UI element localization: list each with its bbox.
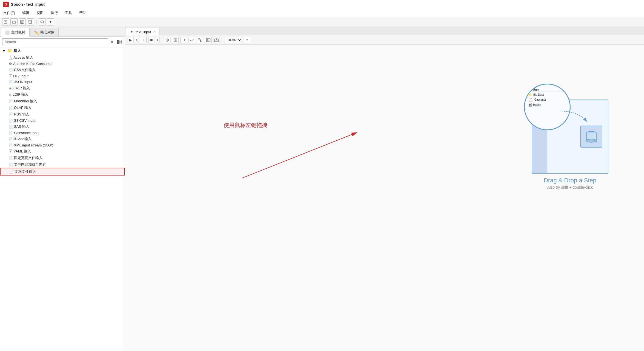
list-item[interactable]: 📄 SAS 输入 [0,123,125,130]
svg-rect-0 [4,20,7,24]
list-item[interactable]: ⚙ Apache Kafka Consumer [0,61,125,67]
menu-view[interactable]: 视图 [35,10,45,16]
list-item[interactable]: 📄 Mondrian 输入 [0,98,125,104]
toolbar-separator-1 [36,19,36,25]
layers-button[interactable] [39,18,46,26]
menu-tools[interactable]: 工具 [64,10,73,16]
list-item[interactable]: 7 HL7 input [0,73,125,79]
app-icon: S [3,2,9,7]
big-data-folder-icon: 📁 [529,93,532,96]
zoom-dropdown[interactable]: ▾ [244,37,250,43]
preview-button[interactable] [164,37,170,43]
search-input[interactable] [2,38,108,45]
svg-rect-16 [198,38,200,40]
item-icon-filecontent: 📄 [9,163,13,166]
svg-rect-4 [21,20,23,22]
list-item[interactable]: 📄 XML input stream (StAX) [0,142,125,148]
item-icon-kafka: ⚙ [9,62,12,66]
main-objects-icon: ⬜ [5,30,10,35]
item-icon-rss: 📄 [9,112,13,116]
snapshot-button[interactable] [213,37,220,43]
play-dropdown[interactable]: ▾ [134,37,138,43]
check-button[interactable] [189,37,195,43]
list-item[interactable]: ◈ LDAP 输入 [0,85,125,91]
window-title: Spoon - text_input [11,2,45,7]
step-button[interactable] [180,37,187,43]
debug-button[interactable] [172,37,179,43]
list-item[interactable]: Y YAML 输入 [0,148,125,155]
item-icon-salesforce: 📄 [9,131,13,135]
illustration-box: Design 📁 Big Data 📋 Cassandr H Hadoo [532,100,608,174]
zoom-select[interactable]: 100% 25% 50% 75% 150% 200% [224,37,242,43]
list-item-text-file-input[interactable]: 📄 文本文件输入 [0,168,125,176]
menu-file[interactable]: 文件(E) [2,10,16,16]
tab-close-button[interactable]: ✕ [153,30,156,34]
core-objects-icon: ✏️ [34,30,39,35]
svg-text:+: + [31,22,32,24]
list-item[interactable]: 📄 CSV文件输入 [0,67,125,73]
svg-rect-7 [29,20,31,21]
hadoop-label: H Hadoo [528,103,567,107]
transform-button[interactable] [197,37,203,43]
list-item[interactable]: A Access 输入 [0,54,125,61]
play-button[interactable]: ▶ [127,37,134,43]
save-button[interactable] [19,18,26,26]
svg-rect-12 [119,42,122,44]
tab-core-objects[interactable]: ✏️ 核心对象 [30,28,59,36]
list-item[interactable]: 📄 S3 CSV input [0,118,125,123]
layers-dropdown[interactable]: ▾ [47,18,54,26]
tab-label: text_input [136,30,151,34]
open-button[interactable] [10,18,18,26]
menu-edit[interactable]: 编辑 [21,10,30,16]
tree-content: ▼ 📁 输入 A Access 输入 ⚙ Apache Kafka Consum… [0,47,125,351]
svg-rect-5 [21,22,23,24]
run-alt-button[interactable] [205,37,212,43]
search-bar: ✕ [0,37,125,47]
left-panel: ⬜ 主对象树 ✏️ 核心对象 ✕ ▼ 📁 输入 [0,27,125,351]
right-panel: ✦ text_input ✕ ▶ ▾ ⏸ ⏹ ▾ [125,27,644,351]
tree-category-input[interactable]: ▼ 📁 输入 [0,47,125,54]
drop-illustration: Design 📁 Big Data 📋 Cassandr H Hadoo [529,100,611,204]
stop-button[interactable]: ⏹ [148,37,155,43]
item-icon-mondrian: 📄 [9,99,13,103]
folder-icon: 📁 [7,49,12,53]
item-icon-s3csv: 📄 [9,119,13,123]
list-item[interactable]: ◈ LDIF 输入 [0,91,125,98]
cassandra-icon: 📋 [529,98,533,101]
canvas-tab-text-input[interactable]: ✦ text_input ✕ [126,28,160,35]
list-item[interactable]: 📄 固定宽度文件输入 [0,155,125,161]
item-icon-ldap: ◈ [9,86,12,90]
new-button[interactable] [2,18,9,26]
menu-run[interactable]: 执行 [50,10,59,16]
item-icon-access: A [9,56,12,60]
tab-main-objects[interactable]: ⬜ 主对象树 [1,28,30,37]
search-clear-button[interactable]: ✕ [109,39,115,45]
item-icon-xml: 📄 [9,143,13,147]
illustration-db-icon [580,126,602,148]
list-item[interactable]: 📄 JSON input [0,79,125,85]
pause-button[interactable]: ⏸ [140,37,147,43]
search-view-toggle[interactable] [116,39,122,45]
tab-icon: ✦ [130,30,133,34]
list-item[interactable]: 📄 OLAP 输入 [0,104,125,111]
tree-spacer [0,176,125,192]
list-item[interactable]: 📄 RSS 输入 [0,111,125,118]
list-item[interactable]: 📄 文件内容加载至内存 [0,161,125,168]
svg-rect-17 [200,40,202,42]
svg-rect-10 [117,42,119,44]
save-as-button[interactable]: + [27,18,34,26]
item-icon-textfile: 📄 [9,170,13,174]
main-layout: ⬜ 主对象树 ✏️ 核心对象 ✕ ▼ 📁 输入 [0,27,644,351]
item-icon-csv: 📄 [9,68,13,72]
list-item[interactable]: 📄 XBase输入 [0,136,125,142]
menu-help[interactable]: 帮助 [78,10,87,16]
title-bar: S Spoon - text_input [0,0,644,9]
big-data-label: 📁 Big Data [528,93,567,97]
stop-dropdown[interactable]: ▾ [155,37,159,43]
svg-point-14 [167,39,168,41]
collapse-icon: ▼ [2,49,6,53]
list-item[interactable]: 📄 Salesforce input [0,130,125,136]
panel-tabs: ⬜ 主对象树 ✏️ 核心对象 [0,27,125,37]
svg-line-23 [242,132,357,178]
item-icon-yaml: Y [9,149,12,153]
